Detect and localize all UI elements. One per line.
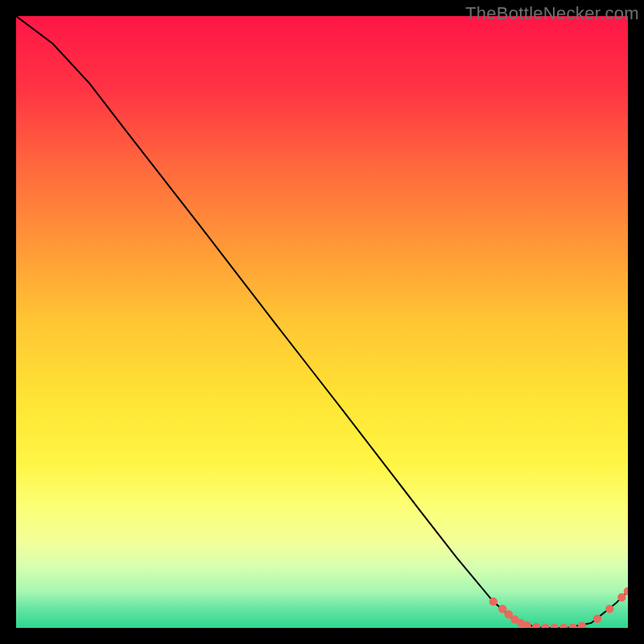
data-marker (593, 614, 601, 622)
chart-frame (16, 16, 628, 628)
watermark-text: TheBottleNecker.com (465, 3, 639, 24)
data-marker (605, 605, 613, 613)
data-marker (617, 593, 625, 601)
data-marker (489, 597, 497, 605)
bottleneck-chart (16, 16, 628, 628)
